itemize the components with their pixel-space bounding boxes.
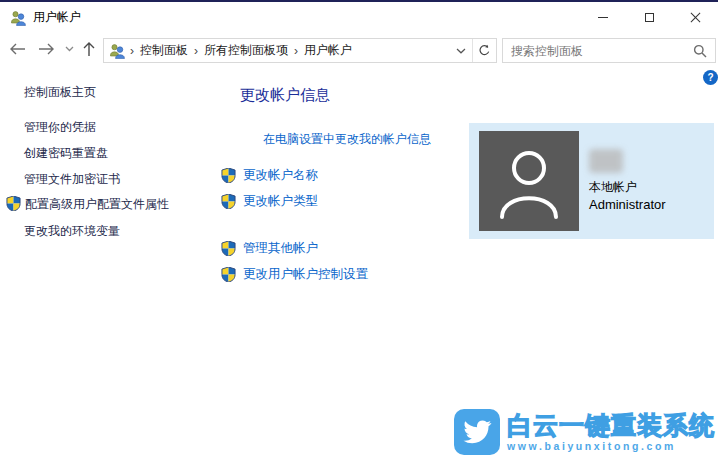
- close-icon: [690, 13, 700, 23]
- task-link-label: 管理其他帐户: [243, 240, 318, 257]
- uac-shield-icon: [221, 194, 236, 209]
- uac-shield-icon: [221, 241, 236, 256]
- twitter-bird-icon: [462, 417, 492, 447]
- sidebar-item-control-panel-home[interactable]: 控制面板主页: [24, 84, 96, 101]
- recent-pages-button[interactable]: [61, 33, 77, 65]
- window-title: 用户帐户: [33, 9, 81, 26]
- uac-shield-icon: [6, 196, 21, 211]
- refresh-button[interactable]: [472, 39, 496, 62]
- maximize-button[interactable]: [626, 2, 672, 33]
- user-accounts-icon: [10, 10, 27, 26]
- search-box: [502, 38, 716, 63]
- watermark-url: www.baiyunxitong.com: [507, 440, 676, 452]
- task-link-label: 更改帐户类型: [243, 193, 318, 210]
- close-button[interactable]: [672, 2, 718, 33]
- breadcrumb-chevron-icon: ›: [128, 44, 136, 58]
- back-icon: [9, 43, 26, 55]
- forward-icon: [38, 43, 55, 55]
- address-dropdown-button[interactable]: [450, 39, 472, 62]
- breadcrumb-item-all-items[interactable]: 所有控制面板项: [200, 42, 292, 59]
- person-icon: [479, 131, 579, 231]
- refresh-icon: [478, 44, 491, 57]
- sidebar-item-label: 创建密码重置盘: [24, 146, 108, 160]
- back-button[interactable]: [6, 33, 28, 65]
- sidebar-item-advanced-user-profiles[interactable]: 配置高级用户配置文件属性: [6, 196, 169, 213]
- help-icon: ?: [707, 72, 713, 83]
- sidebar-item-label: 配置高级用户配置文件属性: [25, 197, 169, 211]
- account-type-label: 本地帐户: [589, 179, 666, 196]
- uac-shield-icon: [221, 267, 236, 282]
- uac-shield-icon: [221, 168, 236, 183]
- minimize-button[interactable]: [580, 2, 626, 33]
- avatar: [479, 131, 579, 231]
- change-uac-settings-link[interactable]: 更改用户帐户控制设置: [221, 266, 368, 283]
- sidebar-item-label: 更改我的环境变量: [24, 224, 120, 238]
- pc-settings-link[interactable]: 在电脑设置中更改我的帐户信息: [263, 131, 431, 148]
- minimize-icon: [598, 17, 608, 18]
- user-accounts-breadcrumb-icon: [109, 43, 126, 59]
- change-account-name-link[interactable]: 更改帐户名称: [221, 167, 318, 184]
- watermark: 白云一键重装系统 www.baiyunxitong.com: [454, 409, 715, 455]
- up-icon: [83, 42, 95, 57]
- title-bar: 用户帐户: [0, 2, 718, 33]
- account-info-panel: 本地帐户 Administrator: [469, 123, 714, 239]
- watermark-title: 白云一键重装系统: [507, 412, 715, 438]
- watermark-badge: [454, 409, 500, 455]
- breadcrumb-chevron-icon: ›: [192, 44, 200, 58]
- maximize-icon: [645, 13, 654, 22]
- sidebar-item-create-password-reset-disk[interactable]: 创建密码重置盘: [24, 145, 108, 162]
- task-link-label: 更改帐户名称: [243, 167, 318, 184]
- chevron-down-icon: [65, 46, 74, 52]
- breadcrumb-chevron-icon: ›: [292, 44, 300, 58]
- forward-button[interactable]: [35, 33, 57, 65]
- breadcrumb-item-control-panel[interactable]: 控制面板: [136, 42, 192, 59]
- account-name-label: Administrator: [589, 196, 666, 214]
- redacted-username: [589, 149, 623, 173]
- manage-another-account-link[interactable]: 管理其他帐户: [221, 240, 318, 257]
- task-link-label: 更改用户帐户控制设置: [243, 266, 368, 283]
- search-icon[interactable]: [693, 44, 707, 58]
- page-title: 更改帐户信息: [240, 86, 330, 105]
- sidebar-item-label: 管理文件加密证书: [24, 172, 120, 186]
- change-account-type-link[interactable]: 更改帐户类型: [221, 193, 318, 210]
- up-button[interactable]: [78, 33, 100, 65]
- navigation-bar: › 控制面板 › 所有控制面板项 › 用户帐户: [0, 33, 718, 65]
- search-input[interactable]: [503, 39, 693, 62]
- sidebar-item-label: 管理你的凭据: [24, 120, 96, 134]
- help-button[interactable]: ?: [703, 70, 718, 85]
- sidebar-item-label: 控制面板主页: [24, 85, 96, 99]
- sidebar-item-change-environment-variables[interactable]: 更改我的环境变量: [24, 223, 120, 240]
- sidebar-item-manage-file-encryption-certificates[interactable]: 管理文件加密证书: [24, 171, 120, 188]
- sidebar-item-manage-credentials[interactable]: 管理你的凭据: [24, 119, 96, 136]
- breadcrumb-item-user-accounts[interactable]: 用户帐户: [300, 42, 356, 59]
- chevron-down-icon: [456, 48, 466, 54]
- address-bar[interactable]: › 控制面板 › 所有控制面板项 › 用户帐户: [103, 38, 497, 63]
